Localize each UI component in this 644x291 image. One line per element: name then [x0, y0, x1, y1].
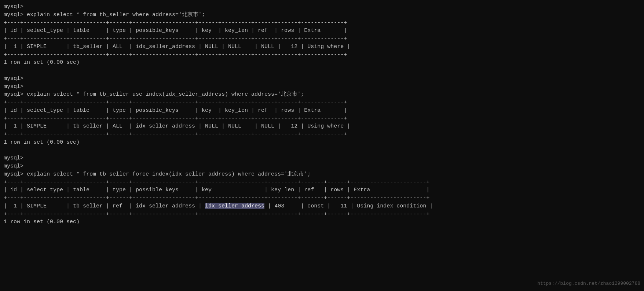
- highlighted-key: idx_seller_address: [205, 203, 264, 209]
- line-24-header: | id | select_type | table | type | poss…: [4, 186, 640, 194]
- line-27: +----+-------------+-----------+------+-…: [4, 210, 640, 218]
- line-19-blank: [4, 147, 640, 155]
- line-22-command: mysql> explain select * from tb_seller f…: [4, 170, 640, 178]
- line-15: +----+-------------+-----------+------+-…: [4, 115, 640, 123]
- line-3: +----+-------------+-----------+------+-…: [4, 19, 640, 27]
- line-17: +----+-------------+-----------+------+-…: [4, 130, 640, 139]
- line-23: +----+-------------+-----------+------+-…: [4, 178, 640, 187]
- terminal-window: mysql> mysql> explain select * from tb_s…: [4, 3, 640, 226]
- line-7: +----+-------------+-----------+------+-…: [4, 51, 640, 59]
- line-6-data: | 1 | SIMPLE | tb_seller | ALL | idx_sel…: [4, 43, 640, 51]
- line-2: mysql> explain select * from tb_seller w…: [4, 11, 640, 19]
- line-5: +----+-------------+-----------+------+-…: [4, 35, 640, 43]
- line-10: mysql>: [4, 75, 640, 83]
- line-9-blank: [4, 67, 640, 75]
- line-4-header: | id | select_type | table | type | poss…: [4, 27, 640, 35]
- line-8-result: 1 row in set (0.00 sec): [4, 59, 640, 67]
- line-18-result: 1 row in set (0.00 sec): [4, 139, 640, 147]
- line-28-result: 1 row in set (0.00 sec): [4, 218, 640, 226]
- line-11: mysql>: [4, 83, 640, 91]
- watermark: https://blog.csdn.net/zhao1299002788: [537, 280, 640, 287]
- line-13: +----+-------------+-----------+------+-…: [4, 99, 640, 107]
- line-14-header: | id | select_type | table | type | poss…: [4, 107, 640, 115]
- line-12-command: mysql> explain select * from tb_seller u…: [4, 91, 640, 99]
- line-25: +----+-------------+-----------+------+-…: [4, 194, 640, 202]
- line-1: mysql>: [4, 3, 640, 11]
- line-16-data: | 1 | SIMPLE | tb_seller | ALL | idx_sel…: [4, 122, 640, 130]
- line-20: mysql>: [4, 154, 640, 162]
- line-21: mysql>: [4, 162, 640, 170]
- line-26-data: | 1 | SIMPLE | tb_seller | ref | idx_sel…: [4, 202, 640, 210]
